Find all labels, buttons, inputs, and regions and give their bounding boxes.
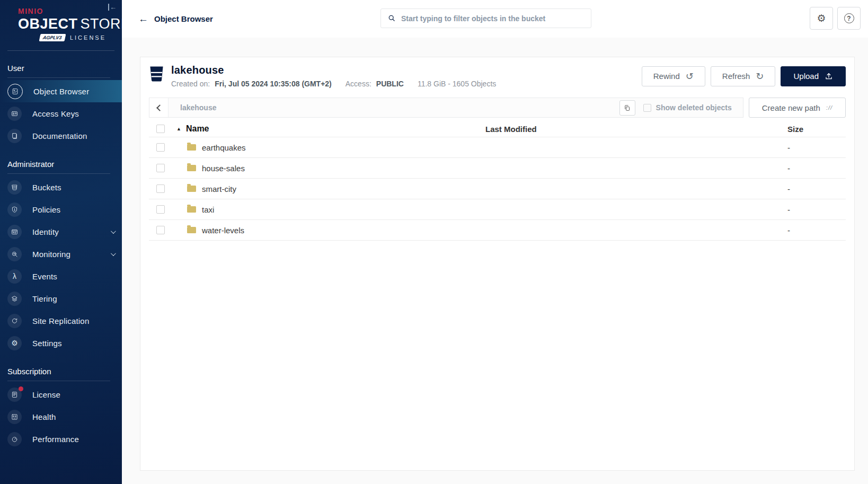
object-name[interactable]: house-sales <box>202 164 245 173</box>
show-deleted-toggle: Show deleted objects <box>643 103 732 112</box>
object-name[interactable]: taxi <box>202 205 214 214</box>
minio-console: ← MINIO OBJECTSTORE AGPLV3 LICENSE User … <box>0 0 868 484</box>
show-deleted-label: Show deleted objects <box>656 103 732 112</box>
divider <box>7 50 114 51</box>
select-all-checkbox[interactable] <box>156 125 165 133</box>
product-name: OBJECTSTORE <box>18 16 122 32</box>
chevron-down-icon[interactable] <box>111 251 116 256</box>
row-checkbox[interactable] <box>156 205 165 214</box>
sidebar-item-tiering[interactable]: Tiering <box>0 287 122 310</box>
sidebar-item-monitoring[interactable]: Monitoring <box>0 243 122 265</box>
column-header-last-modified[interactable]: Last Modified <box>485 125 766 134</box>
chevron-down-icon[interactable] <box>111 228 116 234</box>
license-icon <box>7 388 22 402</box>
copy-path-button[interactable] <box>619 100 635 116</box>
site-replication-icon <box>7 314 22 328</box>
main-area: ← Object Browser ⚙ ? <box>122 0 868 484</box>
created-value: Fri, Jul 05 2024 10:35:08 (GMT+2) <box>215 80 332 88</box>
path-row: lakehouse Show deleted objects Create ne… <box>149 98 846 118</box>
refresh-button[interactable]: Refresh ↻ <box>711 66 776 86</box>
sort-ascending-icon: ▲ <box>176 126 181 131</box>
upload-button[interactable]: Upload <box>781 66 846 86</box>
access-value[interactable]: PUBLIC <box>376 80 404 88</box>
sidebar-item-performance[interactable]: Performance <box>0 428 122 450</box>
bucket-info: lakehouse Created on: Fri, Jul 05 2024 1… <box>171 64 496 88</box>
events-icon: λ <box>7 269 22 284</box>
folder-icon <box>187 165 196 171</box>
sidebar-item-identity[interactable]: Identity <box>0 221 122 243</box>
object-size: - <box>766 226 846 235</box>
chevron-left-icon <box>156 104 163 111</box>
object-size: - <box>766 184 846 193</box>
sidebar-item-access-keys[interactable]: Access Keys <box>0 102 122 125</box>
row-checkbox[interactable] <box>156 164 165 172</box>
bucket-actions: Rewind ↺ Refresh ↻ Upload <box>642 66 846 86</box>
documentation-icon <box>7 129 22 143</box>
rewind-icon: ↺ <box>686 72 694 81</box>
rewind-button[interactable]: Rewind ↺ <box>642 66 705 86</box>
table-row[interactable]: earthquakes - <box>149 137 846 158</box>
bucket-usage: 11.8 GiB - 1605 Objects <box>418 80 496 88</box>
help-button[interactable]: ? <box>837 7 861 30</box>
bucket-panel: lakehouse Created on: Fri, Jul 05 2024 1… <box>140 57 855 471</box>
sidebar-item-buckets[interactable]: Buckets <box>0 176 122 198</box>
sidebar-item-health[interactable]: Health <box>0 406 122 428</box>
identity-icon <box>7 225 22 239</box>
table-row[interactable]: smart-city - <box>149 179 846 199</box>
sidebar-section-subscription: Subscription License Health Performa <box>0 367 122 450</box>
agpl-badge: AGPLV3 <box>39 34 66 41</box>
row-checkbox[interactable] <box>156 184 165 193</box>
search-input[interactable] <box>401 14 584 23</box>
create-new-path-button[interactable]: Create new path :// <box>749 98 846 118</box>
table-row[interactable]: taxi - <box>149 199 846 220</box>
object-filter-search <box>380 8 591 28</box>
object-name[interactable]: earthquakes <box>202 143 246 152</box>
sidebar-section-user: User Object Browser Access Keys Document… <box>0 64 122 147</box>
settings-button[interactable]: ⚙ <box>810 7 833 30</box>
navigate-back-button[interactable] <box>149 98 169 117</box>
folder-icon <box>187 186 196 192</box>
top-bar: ← Object Browser ⚙ ? <box>122 0 868 38</box>
sidebar-item-policies[interactable]: Policies <box>0 198 122 221</box>
page-header: ← Object Browser <box>138 0 213 38</box>
object-name[interactable]: smart-city <box>202 184 236 193</box>
sidebar-item-site-replication[interactable]: Site Replication <box>0 310 122 332</box>
collapse-sidebar-icon[interactable]: ← <box>108 4 117 11</box>
copy-icon <box>624 104 631 111</box>
content-area: lakehouse Created on: Fri, Jul 05 2024 1… <box>122 38 868 484</box>
show-deleted-checkbox[interactable] <box>643 104 651 112</box>
path-bar: lakehouse Show deleted objects <box>149 98 743 118</box>
row-checkbox[interactable] <box>156 226 165 234</box>
table-row[interactable]: water-levels - <box>149 220 846 241</box>
object-size: - <box>766 205 846 214</box>
object-size: - <box>766 143 846 152</box>
back-arrow-icon[interactable]: ← <box>138 14 148 24</box>
column-header-size[interactable]: Size <box>766 125 846 134</box>
table-row[interactable]: house-sales - <box>149 158 846 179</box>
policies-icon <box>7 203 22 217</box>
row-checkbox[interactable] <box>156 143 165 152</box>
bucket-meta: Created on: Fri, Jul 05 2024 10:35:08 (G… <box>171 80 496 88</box>
buckets-icon <box>7 180 22 195</box>
performance-icon <box>7 432 22 446</box>
access-label: Access: <box>346 80 371 88</box>
current-path: lakehouse <box>180 103 216 112</box>
object-size: - <box>766 164 846 173</box>
folder-icon <box>187 206 196 213</box>
tiering-icon <box>7 292 22 306</box>
gear-icon: ⚙ <box>817 12 826 24</box>
divider <box>7 173 110 174</box>
sidebar-item-license[interactable]: License <box>0 383 122 406</box>
created-label: Created on: <box>171 80 210 88</box>
path-icon: :// <box>826 104 832 111</box>
sidebar-item-settings[interactable]: ⚙ Settings <box>0 332 122 354</box>
sidebar-section-administrator: Administrator Buckets Policies Identity <box>0 160 122 354</box>
sidebar-item-documentation[interactable]: Documentation <box>0 125 122 147</box>
sidebar-item-object-browser[interactable]: Object Browser <box>0 80 122 102</box>
sidebar-item-events[interactable]: λ Events <box>0 265 122 287</box>
object-name[interactable]: water-levels <box>202 226 244 235</box>
column-header-name[interactable]: ▲ Name <box>172 124 485 134</box>
sidebar: ← MINIO OBJECTSTORE AGPLV3 LICENSE User … <box>0 0 122 484</box>
folder-icon <box>187 144 196 151</box>
help-icon: ? <box>844 13 854 23</box>
